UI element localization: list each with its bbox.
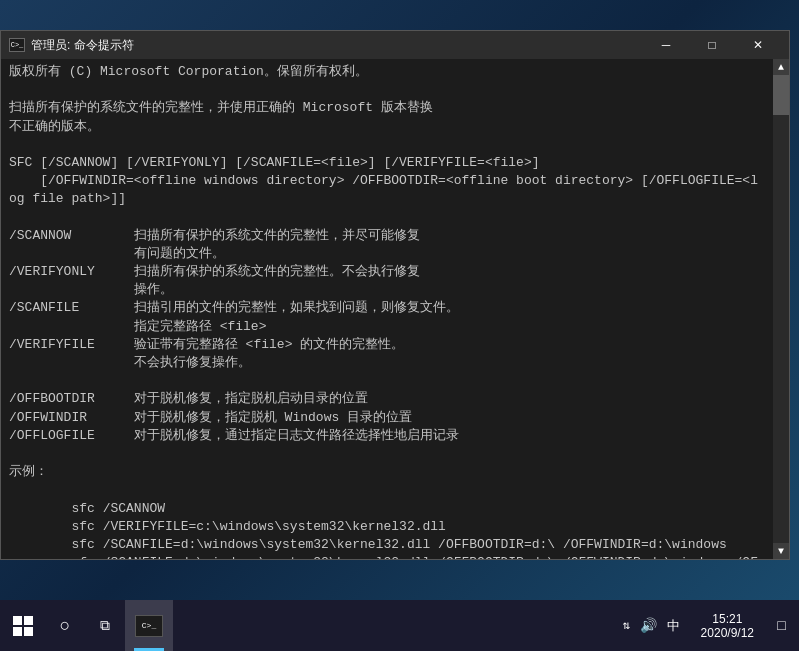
cmd-scrollbar[interactable]: ▲ ▼ xyxy=(773,59,789,559)
cmd-line xyxy=(9,481,765,499)
cmd-line xyxy=(9,136,765,154)
network-tray-icon[interactable]: ⇅ xyxy=(619,618,632,633)
task-view-icon: ⧉ xyxy=(100,618,110,634)
cmd-line: /SCANNOW 扫描所有保护的系统文件的完整性，并尽可能修复 xyxy=(9,227,765,245)
cmd-line: /OFFWINDIR 对于脱机修复，指定脱机 Windows 目录的位置 xyxy=(9,409,765,427)
cmd-line: 有问题的文件。 xyxy=(9,245,765,263)
cmd-line xyxy=(9,209,765,227)
notification-button[interactable]: □ xyxy=(764,600,799,651)
maximize-button[interactable]: □ xyxy=(689,31,735,59)
taskbar-right: ⇅ 🔊 中 15:21 2020/9/12 □ xyxy=(611,600,799,651)
cmd-line: /VERIFYFILE 验证带有完整路径 <file> 的文件的完整性。 xyxy=(9,336,765,354)
search-button[interactable]: ○ xyxy=(45,600,85,651)
notification-icon: □ xyxy=(777,618,785,634)
cmd-line: /SCANFILE 扫描引用的文件的完整性，如果找到问题，则修复文件。 xyxy=(9,299,765,317)
cmd-line xyxy=(9,445,765,463)
cmd-text-output[interactable]: 版权所有 (C) Microsoft Corporation。保留所有权利。 扫… xyxy=(1,59,773,559)
scrollbar-track[interactable] xyxy=(773,75,789,543)
cmd-line: /OFFLOGFILE 对于脱机修复，通过指定日志文件路径选择性地启用记录 xyxy=(9,427,765,445)
cmd-taskbar-icon: C>_ xyxy=(135,615,163,637)
clock-time: 15:21 xyxy=(712,612,742,626)
cmd-line: sfc /VERIFYFILE=c:\windows\system32\kern… xyxy=(9,518,765,536)
cmd-titlebar-buttons: ─ □ ✕ xyxy=(643,31,781,59)
desktop: C>_ 管理员: 命令提示符 ─ □ ✕ 版权所有 (C) Microsoft … xyxy=(0,0,799,600)
scrollbar-thumb[interactable] xyxy=(773,75,789,115)
cmd-line: /OFFBOOTDIR 对于脱机修复，指定脱机启动目录的位置 xyxy=(9,390,765,408)
minimize-button[interactable]: ─ xyxy=(643,31,689,59)
cmd-taskbar-item[interactable]: C>_ xyxy=(125,600,173,651)
task-view-button[interactable]: ⧉ xyxy=(85,600,125,651)
clock-date: 2020/9/12 xyxy=(701,626,754,640)
system-tray: ⇅ 🔊 中 xyxy=(611,600,690,651)
cmd-title-text: 管理员: 命令提示符 xyxy=(31,37,643,54)
cmd-titlebar: C>_ 管理员: 命令提示符 ─ □ ✕ xyxy=(1,31,789,59)
start-button[interactable] xyxy=(0,600,45,651)
cmd-line xyxy=(9,81,765,99)
cmd-window: C>_ 管理员: 命令提示符 ─ □ ✕ 版权所有 (C) Microsoft … xyxy=(0,30,790,560)
cmd-line: sfc /SCANFILE=d:\windows\system32\kernel… xyxy=(9,536,765,554)
cmd-line: 不会执行修复操作。 xyxy=(9,354,765,372)
cmd-line: 版权所有 (C) Microsoft Corporation。保留所有权利。 xyxy=(9,63,765,81)
cmd-line: 不正确的版本。 xyxy=(9,118,765,136)
ime-tray-icon[interactable]: 中 xyxy=(664,617,683,635)
cmd-line xyxy=(9,372,765,390)
cmd-line: [/OFFWINDIR=<offline windows directory> … xyxy=(9,172,765,208)
cmd-line: SFC [/SCANNOW] [/VERIFYONLY] [/SCANFILE=… xyxy=(9,154,765,172)
cmd-line: sfc /SCANNOW xyxy=(9,500,765,518)
cmd-line: /VERIFYONLY 扫描所有保护的系统文件的完整性。不会执行修复 xyxy=(9,263,765,281)
close-button[interactable]: ✕ xyxy=(735,31,781,59)
cmd-line: 操作。 xyxy=(9,281,765,299)
cmd-content-area: 版权所有 (C) Microsoft Corporation。保留所有权利。 扫… xyxy=(1,59,789,559)
cmd-line: 示例： xyxy=(9,463,765,481)
cmd-line: 扫描所有保护的系统文件的完整性，并使用正确的 Microsoft 版本替换 xyxy=(9,99,765,117)
taskbar: ○ ⧉ C>_ ⇅ 🔊 中 15:21 2020/9/12 □ xyxy=(0,600,799,651)
windows-logo-icon xyxy=(13,616,33,636)
scroll-down-arrow[interactable]: ▼ xyxy=(773,543,789,559)
cmd-line: 指定完整路径 <file> xyxy=(9,318,765,336)
clock[interactable]: 15:21 2020/9/12 xyxy=(691,600,764,651)
volume-tray-icon[interactable]: 🔊 xyxy=(637,617,660,634)
cmd-line: sfc /SCANFILE=d:\windows\system32\kernel… xyxy=(9,554,765,559)
search-icon: ○ xyxy=(60,616,71,636)
cmd-window-icon: C>_ xyxy=(9,38,25,52)
scroll-up-arrow[interactable]: ▲ xyxy=(773,59,789,75)
